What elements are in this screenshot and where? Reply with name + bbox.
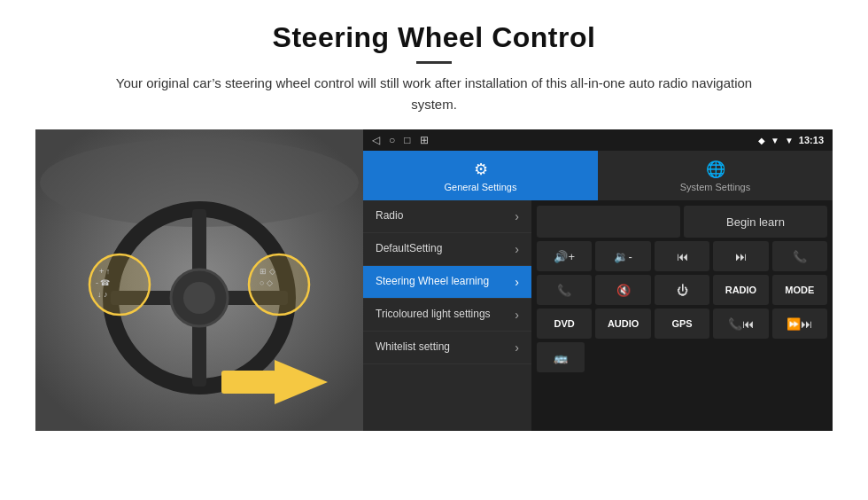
content-area: + ↑ - ☎ ↓ ♪ ⊞ ◇ ○ ◇ ◁ ○ □ xyxy=(35,129,833,431)
control-row-3: DVD AUDIO GPS 📞⏮ ⏩⏭ xyxy=(537,309,827,339)
back-icon[interactable]: ◁ xyxy=(372,134,380,146)
car-image-svg: + ↑ - ☎ ↓ ♪ ⊞ ◇ ○ ◇ xyxy=(35,129,363,431)
time-display: 13:13 xyxy=(799,135,824,145)
status-bar-right: ◆ ▼ ▼ 13:13 xyxy=(758,135,824,145)
svg-point-8 xyxy=(249,254,309,315)
phone-prev-icon: 📞⏮ xyxy=(728,317,754,331)
svg-text:○ ◇: ○ ◇ xyxy=(260,278,273,287)
left-menu: Radio › DefaultSetting › Steering Wheel … xyxy=(363,200,531,431)
right-panel: Begin learn 🔊+ 🔉- ⏮ xyxy=(531,200,833,431)
whitelist-icon: 🚌 xyxy=(554,351,568,364)
globe-icon: 🌐 xyxy=(706,160,725,179)
tab-system-settings[interactable]: 🌐 System Settings xyxy=(598,151,833,200)
menu-default-label: DefaultSetting xyxy=(376,242,515,256)
home-icon[interactable]: ○ xyxy=(389,134,395,146)
menu-steering-label: Steering Wheel learning xyxy=(376,275,515,289)
tab-bar: ⚙ General Settings 🌐 System Settings xyxy=(363,151,833,200)
vol-down-button[interactable]: 🔉- xyxy=(595,241,650,271)
control-row-4: 🚌 xyxy=(537,342,827,372)
car-image-area: + ↑ - ☎ ↓ ♪ ⊞ ◇ ○ ◇ xyxy=(35,129,363,431)
svg-point-6 xyxy=(183,282,215,314)
title-section: Steering Wheel Control Your original car… xyxy=(35,21,833,115)
title-divider xyxy=(416,61,452,64)
menu-item-default[interactable]: DefaultSetting › xyxy=(363,233,531,266)
main-content: Radio › DefaultSetting › Steering Wheel … xyxy=(363,200,833,431)
location-icon: ◆ xyxy=(758,136,765,145)
menu-icon[interactable]: ⊞ xyxy=(420,134,429,146)
ff-next-icon: ⏩⏭ xyxy=(787,317,812,331)
menu-whitelist-label: Whitelist setting xyxy=(376,340,515,355)
svg-text:↓ ♪: ↓ ♪ xyxy=(97,290,108,299)
begin-learn-button[interactable]: Begin learn xyxy=(684,206,827,238)
subtitle: Your original car’s steering wheel contr… xyxy=(115,73,753,115)
gear-icon: ⚙ xyxy=(474,160,488,179)
car-background: + ↑ - ☎ ↓ ♪ ⊞ ◇ ○ ◇ xyxy=(35,129,363,431)
svg-text:+ ↑: + ↑ xyxy=(99,267,110,276)
next-track-button[interactable]: ⏭ xyxy=(713,241,768,271)
menu-tricolour-label: Tricoloured light settings xyxy=(376,308,515,322)
prev-track-button[interactable]: ⏮ xyxy=(655,241,709,271)
page-title: Steering Wheel Control xyxy=(35,21,833,54)
mute-button[interactable]: 🔇 xyxy=(595,275,650,305)
audio-button[interactable]: AUDIO xyxy=(595,309,650,339)
chevron-icon: › xyxy=(515,275,519,289)
menu-item-whitelist[interactable]: Whitelist setting › xyxy=(363,332,531,364)
status-bar-left: ◁ ○ □ ⊞ xyxy=(372,134,429,146)
phone-prev-button[interactable]: 📞⏮ xyxy=(713,309,768,339)
control-row-1: 🔊+ 🔉- ⏮ ⏭ 📞 xyxy=(537,241,827,271)
svg-text:⊞ ◇: ⊞ ◇ xyxy=(260,267,275,276)
radio-button[interactable]: RADIO xyxy=(713,275,768,305)
recents-icon[interactable]: □ xyxy=(404,134,410,146)
gps-button[interactable]: GPS xyxy=(655,309,709,339)
tab-system-label: System Settings xyxy=(680,182,750,192)
signal-icon: ▼ xyxy=(771,136,779,145)
menu-item-radio[interactable]: Radio › xyxy=(363,200,531,233)
whitelist-icon-button[interactable]: 🚌 xyxy=(537,342,585,372)
tab-general-settings[interactable]: ⚙ General Settings xyxy=(363,151,598,200)
power-button[interactable]: ⏻ xyxy=(655,275,709,305)
answer-call-button[interactable]: 📞 xyxy=(537,275,592,305)
menu-item-steering[interactable]: Steering Wheel learning › xyxy=(363,266,531,299)
wifi-icon: ▼ xyxy=(785,136,794,145)
chevron-icon: › xyxy=(515,340,519,355)
chevron-icon: › xyxy=(515,209,519,223)
power-icon: ⏻ xyxy=(677,284,688,297)
vol-up-icon: 🔊+ xyxy=(554,250,575,263)
menu-item-tricolour[interactable]: Tricoloured light settings › xyxy=(363,299,531,332)
mode-button[interactable]: MODE xyxy=(772,275,827,305)
empty-box xyxy=(537,206,680,238)
svg-text:-  ☎: - ☎ xyxy=(96,278,111,287)
vol-down-icon: 🔉- xyxy=(614,250,632,263)
phone-icon: 📞 xyxy=(793,250,807,263)
chevron-icon: › xyxy=(515,308,519,322)
phone-button-1[interactable]: 📞 xyxy=(772,241,827,271)
dvd-button[interactable]: DVD xyxy=(537,309,592,339)
mute-icon: 🔇 xyxy=(616,284,631,297)
top-row: Begin learn xyxy=(537,206,827,238)
svg-rect-15 xyxy=(221,371,276,394)
chevron-icon: › xyxy=(515,242,519,256)
android-ui: ◁ ○ □ ⊞ ◆ ▼ ▼ 13:13 ⚙ General Settings xyxy=(363,129,833,431)
tab-general-label: General Settings xyxy=(445,182,517,192)
ff-next-button[interactable]: ⏩⏭ xyxy=(772,309,827,339)
menu-radio-label: Radio xyxy=(376,209,515,223)
answer-icon: 📞 xyxy=(557,284,571,297)
vol-up-button[interactable]: 🔊+ xyxy=(537,241,592,271)
prev-track-icon: ⏮ xyxy=(677,250,688,263)
status-bar: ◁ ○ □ ⊞ ◆ ▼ ▼ 13:13 xyxy=(363,129,833,151)
control-row-2: 📞 🔇 ⏻ RADIO MODE xyxy=(537,275,827,305)
next-track-icon: ⏭ xyxy=(735,250,747,263)
page-wrapper: Steering Wheel Control Your original car… xyxy=(0,0,868,445)
